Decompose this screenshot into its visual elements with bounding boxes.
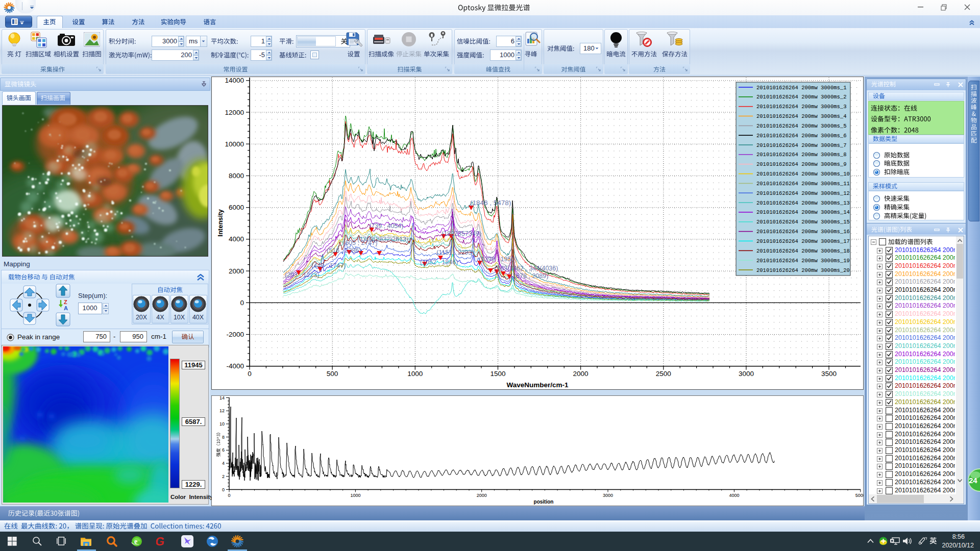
svg-text:2010101626264 200mw 3000ms_1: 2010101626264 200mw 3000ms_1 bbox=[756, 85, 846, 91]
svg-text:2010101626264 200mw 3000ms_11: 2010101626264 200mw 3000ms_11 bbox=[756, 181, 850, 187]
svg-text:0: 0 bbox=[240, 299, 244, 307]
svg-text:14000: 14000 bbox=[225, 77, 244, 84]
svg-text:Z: Z bbox=[64, 299, 67, 305]
svg-text:2010101626264 200mw 3000ms_17: 2010101626264 200mw 3000ms_17 bbox=[756, 238, 850, 244]
svg-text:2010101626264 200mw 3000ms_9: 2010101626264 200mw 3000ms_9 bbox=[756, 161, 846, 167]
svg-text:2010101626264 200mw 3000ms_8: 2010101626264 200mw 3000ms_8 bbox=[756, 152, 846, 158]
svg-text:2000: 2000 bbox=[477, 493, 487, 498]
svg-text:G: G bbox=[156, 536, 165, 547]
svg-text:4000: 4000 bbox=[729, 493, 739, 498]
svg-text:4000: 4000 bbox=[229, 235, 244, 243]
svg-text:2010101626264 200mw 3000ms_16: 2010101626264 200mw 3000ms_16 bbox=[756, 229, 850, 235]
svg-text:2010101626264 200mw 3000ms_2: 2010101626264 200mw 3000ms_2 bbox=[756, 94, 846, 100]
svg-text:WaveNumber/cm-1: WaveNumber/cm-1 bbox=[506, 381, 569, 389]
svg-text:(1399 , 1950): (1399 , 1950) bbox=[479, 256, 517, 263]
svg-text:0: 0 bbox=[222, 487, 225, 492]
svg-text:2010101626264 200mw 3000ms_19: 2010101626264 200mw 3000ms_19 bbox=[756, 258, 850, 264]
svg-text:0: 0 bbox=[248, 370, 252, 378]
svg-text:-2000: -2000 bbox=[226, 331, 244, 338]
svg-text:3000: 3000 bbox=[739, 370, 754, 378]
svg-text:(1846 , 5478): (1846 , 5478) bbox=[470, 199, 511, 207]
svg-text:2010101626264 200mw 3000ms_6: 2010101626264 200mw 3000ms_6 bbox=[756, 133, 846, 139]
svg-text:2010101626264 200mw 3000ms_15: 2010101626264 200mw 3000ms_15 bbox=[756, 219, 850, 225]
svg-text:2010101626264 200mw 3000ms_20: 2010101626264 200mw 3000ms_20 bbox=[756, 267, 850, 273]
svg-text:12: 12 bbox=[219, 408, 225, 413]
svg-text:(1678 , 2089): (1678 , 2089) bbox=[510, 272, 548, 280]
svg-text:(163(1462 , 344(4036): (163(1462 , 344(4036) bbox=[495, 265, 558, 272]
svg-text:3500: 3500 bbox=[821, 370, 837, 378]
svg-text:1500: 1500 bbox=[490, 370, 505, 378]
svg-text:5000: 5000 bbox=[855, 493, 864, 498]
svg-text:3000: 3000 bbox=[603, 493, 613, 498]
svg-text:6000: 6000 bbox=[229, 204, 244, 211]
svg-text:(1052 , 1846): (1052 , 1846) bbox=[420, 259, 458, 266]
svg-text:(739 , 4054): (739 , 4054) bbox=[369, 222, 403, 230]
svg-text:2010101626264 200mw 3000ms_18: 2010101626264 200mw 3000ms_18 bbox=[756, 248, 850, 254]
svg-text:(1151 , 2293): (1151 , 2293) bbox=[436, 249, 474, 256]
svg-text:24: 24 bbox=[969, 476, 977, 485]
svg-text:A: A bbox=[64, 305, 68, 311]
svg-text:2010101626264 200mw 3000ms_4: 2010101626264 200mw 3000ms_4 bbox=[756, 113, 846, 119]
svg-text:14: 14 bbox=[219, 395, 225, 400]
svg-text:8: 8 bbox=[222, 435, 225, 440]
svg-text:2010101626264 200mw 3000ms_12: 2010101626264 200mw 3000ms_12 bbox=[756, 190, 850, 196]
svg-text:10000: 10000 bbox=[225, 140, 244, 148]
svg-text:position: position bbox=[534, 499, 554, 505]
svg-text:2010101626264 200mw 3000ms_5: 2010101626264 200mw 3000ms_5 bbox=[756, 123, 846, 129]
svg-text:2010101626264 200mw 3000ms_3: 2010101626264 200mw 3000ms_3 bbox=[756, 104, 846, 110]
svg-text:2010101626264 200mw 3000ms_7: 2010101626264 200mw 3000ms_7 bbox=[756, 142, 846, 148]
svg-text:0: 0 bbox=[228, 493, 230, 498]
svg-text:(443 , 1747): (443 , 1747) bbox=[311, 262, 346, 269]
svg-text:2000: 2000 bbox=[229, 267, 244, 275]
svg-text:2500: 2500 bbox=[656, 370, 671, 378]
svg-text:2010101626264 200mw 3000ms_10: 2010101626264 200mw 3000ms_10 bbox=[756, 171, 850, 177]
svg-text:(1702(2832)2613): (1702(2832)2613) bbox=[357, 236, 408, 243]
svg-text:(1822357349): (1822357349) bbox=[442, 230, 481, 237]
svg-text:(516 , 2386): (516 , 2386) bbox=[327, 247, 361, 254]
svg-text:(293 , 1223): (293 , 1223) bbox=[285, 271, 319, 279]
svg-text:12000: 12000 bbox=[225, 109, 244, 116]
svg-text:-4000: -4000 bbox=[226, 362, 244, 370]
svg-text:1000: 1000 bbox=[407, 370, 423, 378]
svg-text:1000: 1000 bbox=[350, 493, 360, 498]
svg-text:500: 500 bbox=[327, 370, 338, 378]
svg-text:2: 2 bbox=[222, 474, 225, 479]
svg-text:6: 6 bbox=[222, 447, 225, 453]
svg-text:Intensity: Intensity bbox=[216, 209, 224, 237]
svg-text:2000: 2000 bbox=[573, 370, 589, 378]
svg-text:8000: 8000 bbox=[229, 172, 244, 180]
svg-text:2010101626264 200mw 3000ms_14: 2010101626264 200mw 3000ms_14 bbox=[756, 209, 850, 215]
svg-text:4: 4 bbox=[222, 461, 225, 466]
svg-text:10: 10 bbox=[219, 421, 225, 427]
svg-text:2010101626264 200mw 3000ms_13: 2010101626264 200mw 3000ms_13 bbox=[756, 200, 850, 206]
